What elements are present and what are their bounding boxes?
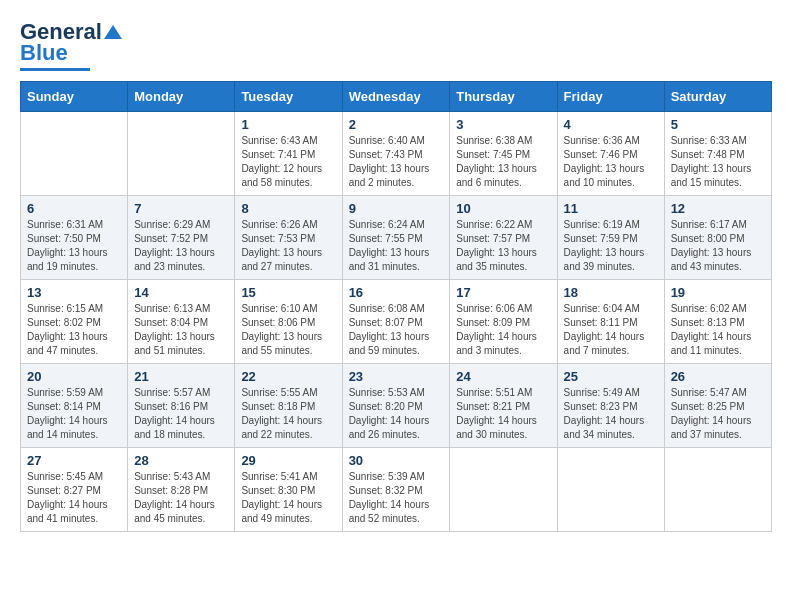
day-number: 25 (564, 369, 658, 384)
day-number: 14 (134, 285, 228, 300)
calendar-cell: 2Sunrise: 6:40 AM Sunset: 7:43 PM Daylig… (342, 112, 450, 196)
calendar-cell: 10Sunrise: 6:22 AM Sunset: 7:57 PM Dayli… (450, 196, 557, 280)
day-info: Sunrise: 6:10 AM Sunset: 8:06 PM Dayligh… (241, 302, 335, 358)
day-number: 23 (349, 369, 444, 384)
day-info: Sunrise: 5:59 AM Sunset: 8:14 PM Dayligh… (27, 386, 121, 442)
logo-triangle-icon (104, 25, 122, 39)
day-number: 19 (671, 285, 765, 300)
calendar-cell: 24Sunrise: 5:51 AM Sunset: 8:21 PM Dayli… (450, 364, 557, 448)
calendar-cell: 15Sunrise: 6:10 AM Sunset: 8:06 PM Dayli… (235, 280, 342, 364)
calendar-cell: 6Sunrise: 6:31 AM Sunset: 7:50 PM Daylig… (21, 196, 128, 280)
day-number: 8 (241, 201, 335, 216)
day-info: Sunrise: 6:40 AM Sunset: 7:43 PM Dayligh… (349, 134, 444, 190)
day-info: Sunrise: 5:47 AM Sunset: 8:25 PM Dayligh… (671, 386, 765, 442)
day-info: Sunrise: 6:17 AM Sunset: 8:00 PM Dayligh… (671, 218, 765, 274)
day-header-monday: Monday (128, 82, 235, 112)
calendar-cell: 20Sunrise: 5:59 AM Sunset: 8:14 PM Dayli… (21, 364, 128, 448)
day-header-thursday: Thursday (450, 82, 557, 112)
day-number: 3 (456, 117, 550, 132)
day-number: 6 (27, 201, 121, 216)
day-number: 11 (564, 201, 658, 216)
day-header-sunday: Sunday (21, 82, 128, 112)
logo-underline (20, 68, 90, 71)
day-info: Sunrise: 5:39 AM Sunset: 8:32 PM Dayligh… (349, 470, 444, 526)
day-info: Sunrise: 5:49 AM Sunset: 8:23 PM Dayligh… (564, 386, 658, 442)
calendar-cell: 22Sunrise: 5:55 AM Sunset: 8:18 PM Dayli… (235, 364, 342, 448)
day-number: 30 (349, 453, 444, 468)
day-number: 10 (456, 201, 550, 216)
day-info: Sunrise: 6:43 AM Sunset: 7:41 PM Dayligh… (241, 134, 335, 190)
day-info: Sunrise: 5:45 AM Sunset: 8:27 PM Dayligh… (27, 470, 121, 526)
calendar-cell (128, 112, 235, 196)
calendar-cell: 30Sunrise: 5:39 AM Sunset: 8:32 PM Dayli… (342, 448, 450, 532)
calendar-cell: 16Sunrise: 6:08 AM Sunset: 8:07 PM Dayli… (342, 280, 450, 364)
calendar-cell: 18Sunrise: 6:04 AM Sunset: 8:11 PM Dayli… (557, 280, 664, 364)
day-info: Sunrise: 5:41 AM Sunset: 8:30 PM Dayligh… (241, 470, 335, 526)
day-number: 12 (671, 201, 765, 216)
calendar-table: SundayMondayTuesdayWednesdayThursdayFrid… (20, 81, 772, 532)
calendar-cell: 9Sunrise: 6:24 AM Sunset: 7:55 PM Daylig… (342, 196, 450, 280)
calendar-cell (21, 112, 128, 196)
day-info: Sunrise: 6:04 AM Sunset: 8:11 PM Dayligh… (564, 302, 658, 358)
calendar-week-row: 13Sunrise: 6:15 AM Sunset: 8:02 PM Dayli… (21, 280, 772, 364)
calendar-header-row: SundayMondayTuesdayWednesdayThursdayFrid… (21, 82, 772, 112)
day-number: 13 (27, 285, 121, 300)
calendar-cell: 3Sunrise: 6:38 AM Sunset: 7:45 PM Daylig… (450, 112, 557, 196)
calendar-cell: 5Sunrise: 6:33 AM Sunset: 7:48 PM Daylig… (664, 112, 771, 196)
day-number: 20 (27, 369, 121, 384)
calendar-week-row: 20Sunrise: 5:59 AM Sunset: 8:14 PM Dayli… (21, 364, 772, 448)
day-header-tuesday: Tuesday (235, 82, 342, 112)
day-number: 2 (349, 117, 444, 132)
day-info: Sunrise: 6:19 AM Sunset: 7:59 PM Dayligh… (564, 218, 658, 274)
day-number: 27 (27, 453, 121, 468)
day-number: 18 (564, 285, 658, 300)
day-number: 24 (456, 369, 550, 384)
day-info: Sunrise: 6:08 AM Sunset: 8:07 PM Dayligh… (349, 302, 444, 358)
calendar-cell: 17Sunrise: 6:06 AM Sunset: 8:09 PM Dayli… (450, 280, 557, 364)
day-header-saturday: Saturday (664, 82, 771, 112)
calendar-cell: 19Sunrise: 6:02 AM Sunset: 8:13 PM Dayli… (664, 280, 771, 364)
calendar-cell: 23Sunrise: 5:53 AM Sunset: 8:20 PM Dayli… (342, 364, 450, 448)
page-header: General Blue (20, 20, 772, 71)
day-number: 1 (241, 117, 335, 132)
day-info: Sunrise: 6:15 AM Sunset: 8:02 PM Dayligh… (27, 302, 121, 358)
calendar-cell: 27Sunrise: 5:45 AM Sunset: 8:27 PM Dayli… (21, 448, 128, 532)
day-info: Sunrise: 6:06 AM Sunset: 8:09 PM Dayligh… (456, 302, 550, 358)
calendar-cell: 8Sunrise: 6:26 AM Sunset: 7:53 PM Daylig… (235, 196, 342, 280)
calendar-cell: 26Sunrise: 5:47 AM Sunset: 8:25 PM Dayli… (664, 364, 771, 448)
day-number: 7 (134, 201, 228, 216)
day-info: Sunrise: 5:51 AM Sunset: 8:21 PM Dayligh… (456, 386, 550, 442)
calendar-cell: 28Sunrise: 5:43 AM Sunset: 8:28 PM Dayli… (128, 448, 235, 532)
day-info: Sunrise: 6:36 AM Sunset: 7:46 PM Dayligh… (564, 134, 658, 190)
day-info: Sunrise: 6:26 AM Sunset: 7:53 PM Dayligh… (241, 218, 335, 274)
day-number: 9 (349, 201, 444, 216)
calendar-week-row: 6Sunrise: 6:31 AM Sunset: 7:50 PM Daylig… (21, 196, 772, 280)
logo-blue: Blue (20, 40, 68, 66)
day-number: 4 (564, 117, 658, 132)
calendar-cell: 25Sunrise: 5:49 AM Sunset: 8:23 PM Dayli… (557, 364, 664, 448)
day-info: Sunrise: 6:31 AM Sunset: 7:50 PM Dayligh… (27, 218, 121, 274)
day-number: 17 (456, 285, 550, 300)
day-header-wednesday: Wednesday (342, 82, 450, 112)
day-header-friday: Friday (557, 82, 664, 112)
calendar-cell: 29Sunrise: 5:41 AM Sunset: 8:30 PM Dayli… (235, 448, 342, 532)
calendar-cell (664, 448, 771, 532)
day-info: Sunrise: 6:24 AM Sunset: 7:55 PM Dayligh… (349, 218, 444, 274)
day-number: 16 (349, 285, 444, 300)
day-number: 22 (241, 369, 335, 384)
day-info: Sunrise: 5:43 AM Sunset: 8:28 PM Dayligh… (134, 470, 228, 526)
calendar-cell: 11Sunrise: 6:19 AM Sunset: 7:59 PM Dayli… (557, 196, 664, 280)
calendar-cell: 4Sunrise: 6:36 AM Sunset: 7:46 PM Daylig… (557, 112, 664, 196)
calendar-cell: 1Sunrise: 6:43 AM Sunset: 7:41 PM Daylig… (235, 112, 342, 196)
day-info: Sunrise: 6:13 AM Sunset: 8:04 PM Dayligh… (134, 302, 228, 358)
calendar-week-row: 27Sunrise: 5:45 AM Sunset: 8:27 PM Dayli… (21, 448, 772, 532)
day-number: 26 (671, 369, 765, 384)
day-info: Sunrise: 6:38 AM Sunset: 7:45 PM Dayligh… (456, 134, 550, 190)
day-info: Sunrise: 6:02 AM Sunset: 8:13 PM Dayligh… (671, 302, 765, 358)
day-number: 5 (671, 117, 765, 132)
day-info: Sunrise: 6:33 AM Sunset: 7:48 PM Dayligh… (671, 134, 765, 190)
day-info: Sunrise: 5:57 AM Sunset: 8:16 PM Dayligh… (134, 386, 228, 442)
calendar-cell: 12Sunrise: 6:17 AM Sunset: 8:00 PM Dayli… (664, 196, 771, 280)
day-info: Sunrise: 6:22 AM Sunset: 7:57 PM Dayligh… (456, 218, 550, 274)
day-number: 29 (241, 453, 335, 468)
